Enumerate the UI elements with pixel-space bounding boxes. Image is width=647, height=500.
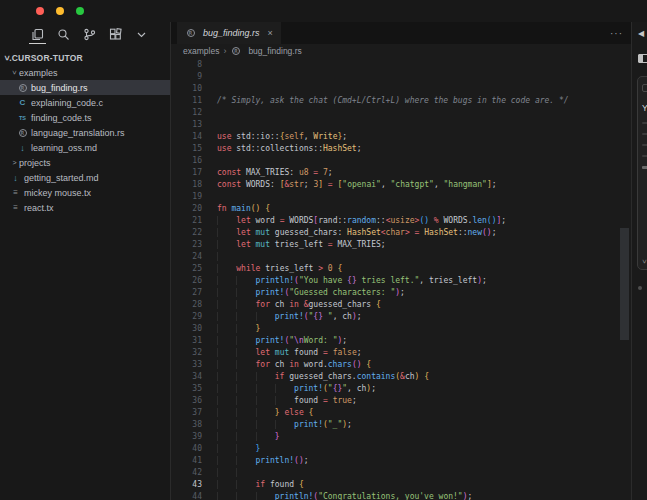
- extensions-icon[interactable]: [108, 24, 123, 44]
- layout-panel-icon[interactable]: [638, 54, 647, 63]
- code-line[interactable]: 13: [171, 118, 631, 130]
- code-line[interactable]: 39 }: [171, 430, 631, 442]
- breadcrumb-file[interactable]: bug_finding.rs: [248, 46, 301, 56]
- chevron-down-icon[interactable]: >: [641, 259, 647, 263]
- code-editor[interactable]: 891011/* Simply, ask the chat (Cmd+L/Ctr…: [171, 58, 631, 500]
- file-row[interactable]: Rbug_finding.rs: [0, 80, 170, 95]
- source-control-icon[interactable]: [82, 24, 97, 44]
- breadcrumb: examples › R bug_finding.rs: [171, 44, 631, 58]
- line-number: 21: [171, 216, 217, 225]
- file-tree: >examplesRbug_finding.rsCexplaining_code…: [0, 65, 170, 215]
- code-line[interactable]: 25 while tries_left > 0 {: [171, 262, 631, 274]
- code-line[interactable]: 34 if guessed_chars.contains(&ch) {: [171, 370, 631, 382]
- code-line[interactable]: 40 }: [171, 442, 631, 454]
- indent-guide: [236, 324, 255, 333]
- file-label: finding_code.ts: [31, 113, 92, 123]
- line-number: 9: [171, 72, 217, 81]
- code-line[interactable]: 23 let mut tries_left = MAX_TRIES;: [171, 238, 631, 250]
- indent-guide: [217, 216, 236, 225]
- code-line[interactable]: 27 print!("Guessed characters: ");: [171, 286, 631, 298]
- collapse-panel-icon[interactable]: ◀: [638, 29, 644, 38]
- code-line[interactable]: 14use std::io::{self, Write};: [171, 130, 631, 142]
- code-line[interactable]: 16: [171, 154, 631, 166]
- c-file-icon: C: [17, 98, 28, 107]
- code-line[interactable]: 18const WORDS: [&str; 3] = ["openai", "c…: [171, 178, 631, 190]
- indent-guide: [217, 396, 236, 405]
- maximize-window-button[interactable]: [76, 7, 84, 15]
- code-line[interactable]: 33 for ch in word.chars() {: [171, 358, 631, 370]
- code-line[interactable]: 20fn main() {: [171, 202, 631, 214]
- code-line[interactable]: 12: [171, 106, 631, 118]
- line-number: 12: [171, 108, 217, 117]
- code-line[interactable]: 41 println!();: [171, 454, 631, 466]
- explorer-icon[interactable]: [30, 24, 45, 44]
- code-line[interactable]: 32 let mut found = false;: [171, 346, 631, 358]
- code-line[interactable]: 24: [171, 250, 631, 262]
- search-icon[interactable]: [56, 24, 71, 44]
- file-row[interactable]: Rlanguage_translation.rs: [0, 125, 170, 140]
- line-number: 30: [171, 324, 217, 333]
- code-line[interactable]: 31 print!("\nWord: ");: [171, 334, 631, 346]
- code-line[interactable]: 22 let mut guessed_chars: HashSet<char> …: [171, 226, 631, 238]
- indent-guide: [217, 252, 236, 261]
- file-row[interactable]: ≡react.tx: [0, 200, 170, 215]
- line-number: 22: [171, 228, 217, 237]
- workspace-root-label: .CURSOR-TUTOR: [9, 53, 83, 63]
- code-line[interactable]: 8: [171, 58, 631, 70]
- code-line[interactable]: 19: [171, 190, 631, 202]
- chat-text-fragment: [642, 133, 647, 135]
- file-row[interactable]: ≡mickey mouse.tx: [0, 185, 170, 200]
- code-line[interactable]: 30 }: [171, 322, 631, 334]
- tab-bug-finding[interactable]: R bug_finding.rs ×: [177, 22, 281, 44]
- file-row[interactable]: TSfinding_code.ts: [0, 110, 170, 125]
- editor-more-actions-icon[interactable]: ···: [610, 22, 631, 44]
- workspace-root-row[interactable]: > .CURSOR-TUTOR: [0, 50, 170, 65]
- folder-row[interactable]: >examples: [0, 65, 170, 80]
- indent-guide: [275, 384, 294, 393]
- md-file-icon: ↓: [17, 143, 28, 153]
- indent-guide: [236, 348, 255, 357]
- code-line[interactable]: 29 print!("{} ", ch);: [171, 310, 631, 322]
- indent-guide: [217, 276, 236, 285]
- code-line[interactable]: 28 for ch in &guessed_chars {: [171, 298, 631, 310]
- code-line[interactable]: 42: [171, 466, 631, 478]
- close-window-button[interactable]: [36, 7, 44, 15]
- line-number: 39: [171, 432, 217, 441]
- rust-file-icon: R: [17, 129, 28, 137]
- indent-guide: [236, 480, 255, 489]
- code-line[interactable]: 35 print!("{}", ch);: [171, 382, 631, 394]
- breadcrumb-folder[interactable]: examples: [183, 46, 219, 56]
- chat-add-button[interactable]: [642, 84, 647, 92]
- folder-row[interactable]: >projects: [0, 155, 170, 170]
- code-line[interactable]: 11/* Simply, ask the chat (Cmd+L/Ctrl+L)…: [171, 94, 631, 106]
- code-line[interactable]: 37 } else {: [171, 406, 631, 418]
- code-line-text: print!("Guessed characters: ");: [217, 288, 405, 297]
- file-row[interactable]: Cexplaining_code.c: [0, 95, 170, 110]
- code-line[interactable]: 10: [171, 82, 631, 94]
- indent-guide: [256, 396, 275, 405]
- minimize-window-button[interactable]: [56, 7, 64, 15]
- code-line-text: fn main() {: [217, 204, 270, 213]
- tab-bar: R bug_finding.rs × ···: [171, 22, 631, 44]
- file-row[interactable]: ↓getting_started.md: [0, 170, 170, 185]
- code-line[interactable]: 44 println!("Congratulations, you've won…: [171, 490, 631, 500]
- panel-dot: [638, 286, 642, 290]
- code-line[interactable]: 36 found = true;: [171, 394, 631, 406]
- md-file-icon: ↓: [10, 173, 21, 183]
- code-line[interactable]: 15use std::collections::HashSet;: [171, 142, 631, 154]
- indent-guide: [236, 300, 255, 309]
- close-tab-icon[interactable]: ×: [268, 28, 273, 38]
- code-line-text: }: [217, 444, 260, 453]
- indent-guide: [236, 432, 255, 441]
- code-line[interactable]: 43 if found {: [171, 478, 631, 490]
- code-line-text: while tries_left > 0 {: [217, 264, 342, 273]
- chevron-down-icon[interactable]: [134, 24, 149, 44]
- code-line[interactable]: 9: [171, 70, 631, 82]
- file-row[interactable]: ↓learning_oss.md: [0, 140, 170, 155]
- code-line[interactable]: 26 println!("You have {} tries left.", t…: [171, 274, 631, 286]
- code-line[interactable]: 21 let word = WORDS[rand::random::<usize…: [171, 214, 631, 226]
- code-line[interactable]: 17const MAX_TRIES: u8 = 7;: [171, 166, 631, 178]
- code-line[interactable]: 38 print!("_");: [171, 418, 631, 430]
- editor-scrollbar[interactable]: [620, 228, 629, 340]
- chat-user-label: Y: [642, 103, 647, 113]
